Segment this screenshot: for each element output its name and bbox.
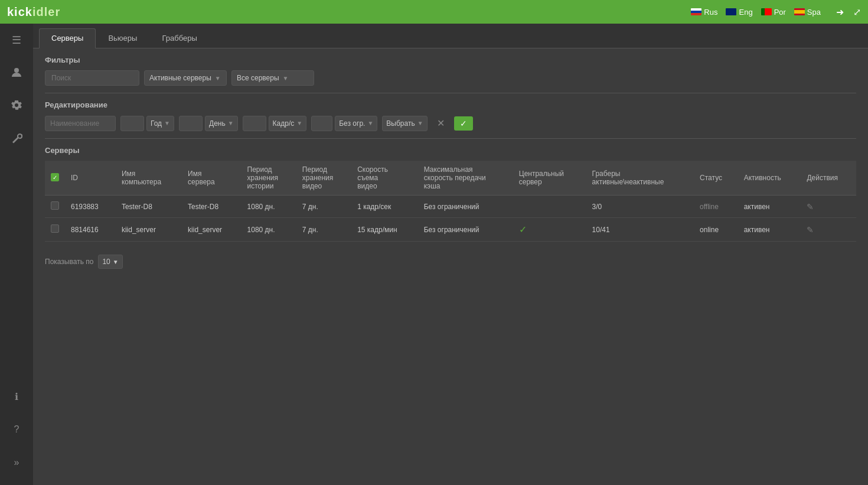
info-icon: ℹ	[15, 391, 18, 402]
app-header: kickidler Rus Eng Por Spa ➜ ⤢	[0, 0, 868, 24]
history-period-num-input[interactable]: 7	[120, 116, 144, 131]
sidebar-item-settings[interactable]	[5, 96, 28, 117]
logo-kick: kick	[7, 5, 32, 18]
tab-viewers[interactable]: Вьюеры	[96, 28, 149, 48]
cancel-button[interactable]: ✕	[432, 115, 449, 131]
main-layout: ☰ ℹ ? »	[0, 24, 868, 485]
row1-id: 6193883	[65, 196, 116, 218]
activity-field: Выбрать ▼	[382, 116, 427, 131]
row1-server-name: Tester-D8	[182, 196, 241, 218]
app-logo: kickidler	[7, 5, 60, 19]
col-history-period: Периодхраненияистории	[242, 161, 296, 196]
fullscreen-icon[interactable]: ⤢	[853, 6, 861, 18]
server-name-input[interactable]	[45, 116, 116, 131]
row2-central-server: ✓	[513, 218, 586, 242]
lang-en[interactable]: Eng	[726, 8, 752, 17]
video-period-unit-dropdown[interactable]: День ▼	[205, 116, 238, 131]
flag-en-icon	[726, 8, 736, 15]
activity-value: Выбрать	[386, 119, 415, 128]
video-period-unit-value: День	[209, 119, 226, 128]
col-central-server: Центральныйсервер	[513, 161, 586, 196]
tab-servers[interactable]: Серверы	[39, 28, 96, 48]
sidebar-item-help[interactable]: ?	[5, 419, 28, 440]
history-period-unit-value: Год	[151, 119, 162, 128]
filters-row: Активные серверы ▼ Все серверы ▼	[45, 70, 856, 86]
expand-icon: »	[14, 457, 19, 468]
wrench-icon	[11, 132, 22, 147]
pagination-select[interactable]: 10 ▼	[98, 255, 122, 269]
row1-edit-icon[interactable]: ✎	[807, 202, 814, 211]
sidebar-item-tools[interactable]	[5, 129, 28, 150]
row1-history-period: 1080 дн.	[242, 196, 296, 218]
pagination-value: 10	[102, 258, 110, 266]
filters-title: Фильтры	[45, 56, 856, 64]
row1-actions: ✎	[801, 196, 856, 218]
sidebar-item-menu[interactable]: ☰	[5, 30, 28, 51]
row1-grabbers: 3/0	[586, 196, 694, 218]
chevron-down-icon: ▼	[215, 75, 221, 82]
history-period-unit-dropdown[interactable]: Год ▼	[146, 116, 174, 131]
table-row: 6193883 Tester-D8 Tester-D8 1080 дн. 7 д…	[45, 196, 856, 218]
chevron-down-icon-6: ▼	[367, 120, 373, 126]
history-period-field: 7 Год ▼	[120, 116, 174, 131]
servers-table-body: 6193883 Tester-D8 Tester-D8 1080 дн. 7 д…	[45, 196, 856, 242]
tab-servers-label: Серверы	[51, 34, 83, 43]
video-speed-unit-dropdown[interactable]: Кадр/с ▼	[269, 116, 307, 131]
row2-actions: ✎	[801, 218, 856, 242]
row2-status-label: online	[700, 226, 719, 234]
servers-table-head: ID Имякомпьютера Имясервера Периодхранен…	[45, 161, 856, 196]
cache-speed-input[interactable]: ∞	[311, 116, 332, 131]
cache-speed-unit-value: Без огр.	[339, 119, 365, 128]
row2-checkbox[interactable]	[51, 224, 59, 233]
col-video-period: Периодхранениявидео	[296, 161, 351, 196]
sidebar-item-user[interactable]	[5, 63, 28, 84]
row1-checkbox-cell	[45, 196, 65, 218]
row1-checkbox[interactable]	[51, 201, 59, 210]
sidebar-item-info[interactable]: ℹ	[5, 386, 28, 407]
search-input[interactable]	[45, 70, 139, 86]
main-content: Серверы Вьюеры Грабберы Фильтры Активные…	[33, 24, 868, 485]
lang-en-label: Eng	[739, 8, 752, 17]
servers-table-title: Серверы	[45, 146, 856, 155]
sidebar-item-expand[interactable]: »	[5, 452, 28, 473]
col-computer-name: Имякомпьютера	[116, 161, 182, 196]
select-all-checkbox[interactable]	[51, 173, 59, 181]
row1-video-period: 7 дн.	[296, 196, 351, 218]
all-servers-dropdown[interactable]: Все серверы ▼	[231, 70, 314, 86]
lang-es[interactable]: Spa	[794, 8, 821, 17]
video-period-num-input[interactable]: 7	[179, 116, 203, 131]
lang-pt[interactable]: Por	[761, 8, 786, 17]
gear-icon	[11, 99, 22, 114]
col-video-speed: Скоростьсъемавидео	[351, 161, 418, 196]
editing-section: Редактирование 7 Год ▼ 7	[33, 93, 868, 138]
flag-pt-icon	[761, 8, 772, 15]
cache-speed-unit-dropdown[interactable]: Без огр. ▼	[335, 116, 377, 131]
row2-computer-name: kiid_server	[116, 218, 182, 242]
row1-video-speed: 1 кадр/сек	[351, 196, 418, 218]
col-activity: Активность	[738, 161, 801, 196]
row1-status-label: offline	[700, 203, 719, 211]
chevron-down-icon-7: ▼	[417, 120, 423, 126]
row2-video-period: 7 дн.	[296, 218, 351, 242]
confirm-button[interactable]: ✓	[454, 116, 473, 131]
col-grabbers: Граберыактивные\неактивные	[586, 161, 694, 196]
sidebar-bottom: ℹ ? »	[5, 386, 28, 479]
logout-icon[interactable]: ➜	[836, 6, 844, 18]
row2-server-name: kiid_server	[182, 218, 241, 242]
lang-ru[interactable]: Rus	[691, 8, 717, 17]
video-speed-num-input[interactable]: 12	[243, 116, 266, 131]
row2-checkbox-cell	[45, 218, 65, 242]
user-icon	[11, 66, 22, 81]
active-servers-dropdown[interactable]: Активные серверы ▼	[144, 70, 227, 86]
col-status: Статус	[694, 161, 738, 196]
row2-edit-icon[interactable]: ✎	[807, 225, 814, 235]
lang-ru-label: Rus	[704, 8, 717, 17]
header-action-icons: ➜ ⤢	[836, 6, 861, 18]
flag-ru-icon	[691, 8, 701, 15]
tab-grabbers[interactable]: Грабберы	[149, 28, 209, 48]
row2-history-period: 1080 дн.	[242, 218, 296, 242]
sidebar: ☰ ℹ ? »	[0, 24, 33, 485]
cache-speed-field: ∞ Без огр. ▼	[311, 116, 377, 131]
pagination-label: Показывать по	[45, 258, 93, 266]
activity-dropdown[interactable]: Выбрать ▼	[382, 116, 427, 131]
